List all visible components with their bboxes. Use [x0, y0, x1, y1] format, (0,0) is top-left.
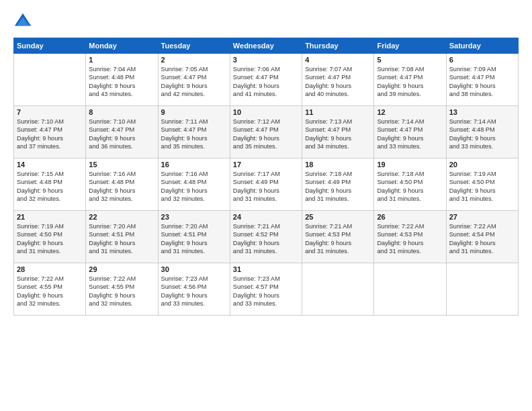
day-detail: Sunrise: 7:10 AMSunset: 4:47 PMDaylight:…	[17, 118, 83, 151]
day-number: 25	[305, 213, 371, 221]
calendar-cell: 26Sunrise: 7:22 AMSunset: 4:53 PMDayligh…	[374, 211, 446, 263]
calendar-table: SundayMondayTuesdayWednesdayThursdayFrid…	[13, 38, 519, 316]
calendar-cell: 12Sunrise: 7:14 AMSunset: 4:47 PMDayligh…	[374, 106, 446, 158]
logo-icon	[13, 12, 32, 31]
day-detail: Sunrise: 7:20 AMSunset: 4:51 PMDaylight:…	[89, 222, 154, 256]
calendar-cell: 13Sunrise: 7:14 AMSunset: 4:48 PMDayligh…	[446, 106, 518, 158]
header	[13, 12, 519, 31]
day-number: 28	[17, 265, 83, 273]
day-number: 13	[449, 108, 515, 116]
day-detail: Sunrise: 7:21 AMSunset: 4:52 PMDaylight:…	[233, 222, 299, 256]
calendar-cell: 27Sunrise: 7:22 AMSunset: 4:54 PMDayligh…	[446, 211, 518, 263]
calendar-cell: 30Sunrise: 7:23 AMSunset: 4:56 PMDayligh…	[158, 263, 230, 316]
day-detail: Sunrise: 7:22 AMSunset: 4:55 PMDaylight:…	[89, 275, 154, 308]
day-detail: Sunrise: 7:06 AMSunset: 4:47 PMDaylight:…	[233, 65, 299, 99]
day-number: 2	[161, 56, 227, 64]
calendar-cell	[14, 54, 86, 106]
day-detail: Sunrise: 7:14 AMSunset: 4:47 PMDaylight:…	[377, 118, 443, 151]
calendar-cell: 7Sunrise: 7:10 AMSunset: 4:47 PMDaylight…	[14, 106, 86, 158]
day-number: 27	[449, 213, 515, 221]
calendar-cell: 11Sunrise: 7:13 AMSunset: 4:47 PMDayligh…	[302, 106, 374, 158]
calendar-week-3: 14Sunrise: 7:15 AMSunset: 4:48 PMDayligh…	[14, 158, 519, 211]
day-number: 17	[233, 161, 299, 169]
day-detail: Sunrise: 7:23 AMSunset: 4:57 PMDaylight:…	[233, 275, 299, 308]
calendar-week-2: 7Sunrise: 7:10 AMSunset: 4:47 PMDaylight…	[14, 106, 519, 158]
day-number: 10	[233, 108, 299, 116]
day-detail: Sunrise: 7:08 AMSunset: 4:47 PMDaylight:…	[377, 65, 443, 99]
calendar-cell: 19Sunrise: 7:18 AMSunset: 4:50 PMDayligh…	[374, 158, 446, 211]
calendar-cell: 28Sunrise: 7:22 AMSunset: 4:55 PMDayligh…	[14, 263, 86, 316]
day-number: 5	[377, 56, 443, 64]
day-number: 26	[377, 213, 443, 221]
day-number: 15	[89, 161, 154, 169]
day-detail: Sunrise: 7:04 AMSunset: 4:48 PMDaylight:…	[89, 65, 154, 99]
calendar-cell: 2Sunrise: 7:05 AMSunset: 4:47 PMDaylight…	[158, 54, 230, 106]
logo	[13, 12, 35, 31]
day-number: 16	[161, 161, 227, 169]
day-number: 1	[89, 56, 154, 64]
day-detail: Sunrise: 7:05 AMSunset: 4:47 PMDaylight:…	[161, 65, 227, 99]
calendar-cell: 3Sunrise: 7:06 AMSunset: 4:47 PMDaylight…	[230, 54, 302, 106]
day-number: 30	[161, 265, 227, 273]
day-number: 7	[17, 108, 83, 116]
calendar-cell	[302, 263, 374, 316]
day-detail: Sunrise: 7:23 AMSunset: 4:56 PMDaylight:…	[161, 275, 227, 308]
calendar-cell: 16Sunrise: 7:16 AMSunset: 4:48 PMDayligh…	[158, 158, 230, 211]
day-number: 21	[17, 213, 83, 221]
day-detail: Sunrise: 7:18 AMSunset: 4:49 PMDaylight:…	[305, 170, 371, 203]
day-detail: Sunrise: 7:22 AMSunset: 4:54 PMDaylight:…	[449, 222, 515, 256]
day-number: 9	[161, 108, 227, 116]
calendar-cell: 24Sunrise: 7:21 AMSunset: 4:52 PMDayligh…	[230, 211, 302, 263]
day-number: 19	[377, 161, 443, 169]
day-number: 31	[233, 265, 299, 273]
day-detail: Sunrise: 7:22 AMSunset: 4:55 PMDaylight:…	[17, 275, 83, 308]
day-number: 23	[161, 213, 227, 221]
day-number: 11	[305, 108, 371, 116]
calendar-cell: 8Sunrise: 7:10 AMSunset: 4:47 PMDaylight…	[86, 106, 158, 158]
day-detail: Sunrise: 7:11 AMSunset: 4:47 PMDaylight:…	[161, 118, 227, 151]
day-detail: Sunrise: 7:20 AMSunset: 4:51 PMDaylight:…	[161, 222, 227, 256]
day-number: 20	[449, 161, 515, 169]
day-detail: Sunrise: 7:19 AMSunset: 4:50 PMDaylight:…	[17, 222, 83, 256]
day-number: 8	[89, 108, 154, 116]
calendar-cell: 31Sunrise: 7:23 AMSunset: 4:57 PMDayligh…	[230, 263, 302, 316]
calendar-header-wednesday: Wednesday	[230, 38, 302, 54]
calendar-header-saturday: Saturday	[446, 38, 518, 54]
calendar-cell: 29Sunrise: 7:22 AMSunset: 4:55 PMDayligh…	[86, 263, 158, 316]
calendar-cell: 1Sunrise: 7:04 AMSunset: 4:48 PMDaylight…	[86, 54, 158, 106]
day-detail: Sunrise: 7:21 AMSunset: 4:53 PMDaylight:…	[305, 222, 371, 256]
calendar-header-friday: Friday	[374, 38, 446, 54]
day-detail: Sunrise: 7:16 AMSunset: 4:48 PMDaylight:…	[161, 170, 227, 203]
calendar-week-5: 28Sunrise: 7:22 AMSunset: 4:55 PMDayligh…	[14, 263, 519, 316]
day-number: 12	[377, 108, 443, 116]
calendar-cell: 17Sunrise: 7:17 AMSunset: 4:49 PMDayligh…	[230, 158, 302, 211]
calendar-cell: 25Sunrise: 7:21 AMSunset: 4:53 PMDayligh…	[302, 211, 374, 263]
day-number: 3	[233, 56, 299, 64]
calendar-header-thursday: Thursday	[302, 38, 374, 54]
day-number: 6	[449, 56, 515, 64]
day-number: 22	[89, 213, 154, 221]
day-number: 24	[233, 213, 299, 221]
day-number: 4	[305, 56, 371, 64]
day-detail: Sunrise: 7:10 AMSunset: 4:47 PMDaylight:…	[89, 118, 154, 151]
calendar-week-4: 21Sunrise: 7:19 AMSunset: 4:50 PMDayligh…	[14, 211, 519, 263]
day-detail: Sunrise: 7:09 AMSunset: 4:47 PMDaylight:…	[449, 65, 515, 99]
day-detail: Sunrise: 7:07 AMSunset: 4:47 PMDaylight:…	[305, 65, 371, 99]
calendar-header-row: SundayMondayTuesdayWednesdayThursdayFrid…	[14, 38, 519, 54]
day-detail: Sunrise: 7:14 AMSunset: 4:48 PMDaylight:…	[449, 118, 515, 151]
calendar-cell: 21Sunrise: 7:19 AMSunset: 4:50 PMDayligh…	[14, 211, 86, 263]
calendar-cell: 4Sunrise: 7:07 AMSunset: 4:47 PMDaylight…	[302, 54, 374, 106]
calendar-header-monday: Monday	[86, 38, 158, 54]
calendar-cell: 18Sunrise: 7:18 AMSunset: 4:49 PMDayligh…	[302, 158, 374, 211]
day-detail: Sunrise: 7:12 AMSunset: 4:47 PMDaylight:…	[233, 118, 299, 151]
day-detail: Sunrise: 7:22 AMSunset: 4:53 PMDaylight:…	[377, 222, 443, 256]
calendar-cell: 22Sunrise: 7:20 AMSunset: 4:51 PMDayligh…	[86, 211, 158, 263]
calendar-page: SundayMondayTuesdayWednesdayThursdayFrid…	[0, 0, 532, 411]
day-detail: Sunrise: 7:16 AMSunset: 4:48 PMDaylight:…	[89, 170, 154, 203]
calendar-cell: 5Sunrise: 7:08 AMSunset: 4:47 PMDaylight…	[374, 54, 446, 106]
day-number: 14	[17, 161, 83, 169]
calendar-cell	[374, 263, 446, 316]
day-detail: Sunrise: 7:19 AMSunset: 4:50 PMDaylight:…	[449, 170, 515, 203]
day-number: 18	[305, 161, 371, 169]
calendar-cell: 6Sunrise: 7:09 AMSunset: 4:47 PMDaylight…	[446, 54, 518, 106]
